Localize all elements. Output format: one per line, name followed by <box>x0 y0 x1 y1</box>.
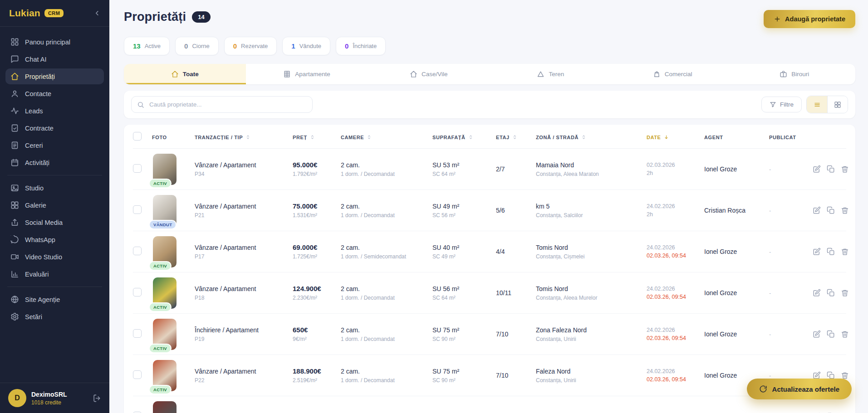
sidebar-item-whatsapp[interactable]: WhatsApp <box>5 232 104 248</box>
sidebar-item-contracte[interactable]: Contracte <box>5 120 104 136</box>
row-checkbox[interactable] <box>133 329 142 338</box>
select-all-checkbox[interactable] <box>133 132 142 141</box>
collapse-sidebar-icon[interactable] <box>93 9 101 17</box>
property-photo[interactable]: ACTIV <box>153 360 177 391</box>
property-photo[interactable]: VÂNDUT <box>153 195 177 226</box>
column-header-zona[interactable]: ZONĂ / STRADĂ <box>536 134 647 140</box>
surface-useful: SU 49 m² <box>432 203 496 210</box>
delete-icon[interactable] <box>841 206 849 214</box>
sidebar-item-cereri[interactable]: Cereri <box>5 137 104 153</box>
edit-icon[interactable] <box>813 289 821 297</box>
list-view-icon <box>814 101 821 108</box>
sidebar-item-activitati[interactable]: Activități <box>5 155 104 170</box>
tab-birouri[interactable]: Birouri <box>733 64 855 84</box>
row-checkbox[interactable] <box>133 247 142 255</box>
edit-icon[interactable] <box>813 248 821 256</box>
column-header-date[interactable]: DATE <box>647 134 704 140</box>
sidebar-item-panou-principal[interactable]: Panou principal <box>5 34 104 50</box>
sidebar-footer[interactable]: D DeximoSRL 1018 credite <box>0 383 109 413</box>
duplicate-icon[interactable] <box>827 206 835 214</box>
column-header-agent[interactable]: AGENT <box>704 135 769 140</box>
column-header-suprafata[interactable]: SUPRAFAȚĂ <box>432 134 496 140</box>
column-header-etaj[interactable]: ETAJ <box>496 134 536 140</box>
street: Constanța, Cișmelei <box>536 253 647 260</box>
column-header-camere[interactable]: CAMERE <box>341 134 432 140</box>
row-checkbox[interactable] <box>133 370 142 379</box>
status-badge: ACTIV <box>149 261 172 271</box>
column-header-publicat[interactable]: PUBLICAT <box>769 135 813 140</box>
status-badge: VÂNDUT <box>149 220 177 229</box>
stat-value: 0 <box>345 42 348 50</box>
sidebar-item-galerie[interactable]: Galerie <box>5 197 104 213</box>
stat-chip-ciorne[interactable]: 0 Ciorne <box>175 37 219 55</box>
grid-view-button[interactable] <box>827 96 848 113</box>
property-photo[interactable]: ACTIV <box>153 319 177 350</box>
column-header-trans[interactable]: TRANZACȚIE / TIP <box>195 134 293 140</box>
stat-chip-vandute[interactable]: 1 Vândute <box>282 37 330 55</box>
transaction-type[interactable]: Vânzare / Apartament <box>195 161 293 169</box>
duplicate-icon[interactable] <box>827 248 835 256</box>
property-photo[interactable]: ACTIV <box>153 154 177 185</box>
tab-teren[interactable]: Teren <box>490 64 612 84</box>
edit-icon[interactable] <box>813 165 821 173</box>
list-view-button[interactable] <box>807 96 827 113</box>
price-per-sqm: 1.725€/m² <box>293 253 341 260</box>
sidebar-item-studio[interactable]: Studio <box>5 180 104 196</box>
floor: 7/10 <box>496 330 536 338</box>
tab-case-vile[interactable]: Case/Vile <box>368 64 490 84</box>
sidebar-item-leads[interactable]: Leads <box>5 103 104 119</box>
street: Constanța, Unirii <box>536 336 647 342</box>
duplicate-icon[interactable] <box>827 289 835 297</box>
date-added: 24.02.2026 <box>647 286 704 292</box>
delete-icon[interactable] <box>841 248 849 256</box>
transaction-type[interactable]: Vânzare / Apartament <box>195 285 293 292</box>
row-checkbox[interactable] <box>133 205 142 214</box>
transaction-type[interactable]: Vânzare / Apartament <box>195 244 293 251</box>
transaction-type[interactable]: Vânzare / Apartament <box>195 368 293 375</box>
duplicate-icon[interactable] <box>827 330 835 338</box>
surface-built: SC 56 m² <box>432 212 496 219</box>
duplicate-icon[interactable] <box>827 165 835 173</box>
transaction-type[interactable]: Închiriere / Apartament <box>195 326 293 334</box>
stat-chip-inchiriate[interactable]: 0 Închiriate <box>336 37 386 55</box>
grid-icon <box>10 38 19 46</box>
sidebar-item-chat-ai[interactable]: Chat AI <box>5 51 104 67</box>
transaction-type[interactable]: Vânzare / Apartament <box>195 203 293 210</box>
row-checkbox[interactable] <box>133 288 142 296</box>
search-input[interactable] <box>131 96 313 113</box>
briefcase-icon <box>780 70 787 78</box>
agent-name: Ionel Groze <box>704 165 769 173</box>
column-header-pret[interactable]: PREȚ <box>293 134 341 140</box>
delete-icon[interactable] <box>841 165 849 173</box>
row-checkbox[interactable] <box>133 164 142 173</box>
tab-toate[interactable]: Toate <box>124 64 246 84</box>
update-offers-button[interactable]: Actualizeaza ofertele <box>747 379 852 399</box>
sidebar-item-video-studio[interactable]: Video Studio <box>5 249 104 265</box>
property-code: P34 <box>195 171 293 177</box>
property-photo[interactable]: ACTIV <box>153 277 177 309</box>
column-header-foto[interactable]: FOTO <box>152 135 195 140</box>
add-property-button[interactable]: Adaugă proprietate <box>764 10 855 28</box>
sidebar-item-contacte[interactable]: Contacte <box>5 86 104 102</box>
status-badge: ACTIV <box>149 344 172 353</box>
edit-icon[interactable] <box>813 206 821 214</box>
tab-comercial[interactable]: Comercial <box>612 64 734 84</box>
sort-icon <box>512 134 518 140</box>
delete-icon[interactable] <box>841 289 849 297</box>
sidebar-item-evaluari[interactable]: Evaluări <box>5 266 104 282</box>
sidebar-item-social-media[interactable]: Social Media <box>5 214 104 230</box>
tab-apartamente[interactable]: Apartamente <box>246 64 368 84</box>
table-row: VÂNDUT Vânzare / Apartament P21 75.000€ … <box>133 190 846 231</box>
delete-icon[interactable] <box>841 330 849 338</box>
property-photo[interactable] <box>153 401 177 413</box>
row-checkbox[interactable] <box>133 412 142 413</box>
logout-icon[interactable] <box>93 394 101 403</box>
sidebar-item-site-agentie[interactable]: Site Agenție <box>5 292 104 307</box>
property-photo[interactable]: ACTIV <box>153 236 177 267</box>
filter-button[interactable]: Filtre <box>761 97 802 112</box>
sidebar-item-setari[interactable]: Setări <box>5 309 104 325</box>
sidebar-item-proprietati[interactable]: Proprietăți <box>5 68 104 84</box>
stat-chip-rezervate[interactable]: 0 Rezervate <box>224 37 277 55</box>
edit-icon[interactable] <box>813 330 821 338</box>
stat-chip-active[interactable]: 13 Active <box>124 37 170 55</box>
